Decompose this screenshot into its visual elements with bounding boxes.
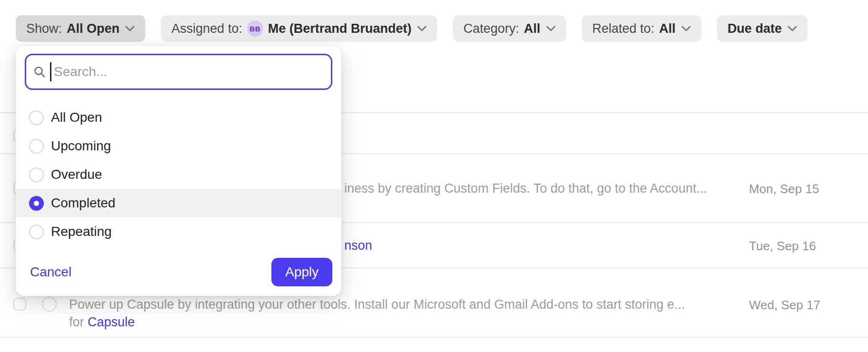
option-completed[interactable]: Completed (16, 189, 341, 217)
filter-assigned-value: Me (Bertrand Bruandet) (268, 21, 412, 36)
avatar: BB (247, 20, 263, 37)
filter-chip-category[interactable]: Category: All (453, 15, 566, 42)
option-upcoming[interactable]: Upcoming (16, 132, 341, 160)
chevron-down-icon (417, 26, 427, 32)
radio-button-icon (29, 139, 44, 154)
option-label: All Open (51, 110, 102, 125)
option-label: Completed (51, 196, 115, 211)
chevron-down-icon (788, 26, 797, 32)
task-complete-toggle[interactable] (42, 297, 57, 312)
contact-link[interactable]: nson (344, 238, 372, 253)
filter-chip-show[interactable]: Show: All Open (16, 15, 145, 42)
radio-button-icon (29, 196, 44, 211)
dropdown-search-box (25, 54, 332, 90)
option-label: Overdue (51, 167, 102, 182)
related-entity-link[interactable]: Capsule (88, 315, 135, 329)
task-description: iness by creating Custom Fields. To do t… (344, 181, 707, 196)
show-filter-dropdown: All Open Upcoming Overdue Completed Repe… (16, 46, 341, 296)
task-due-date: Wed, Sep 17 (749, 298, 820, 312)
cancel-button[interactable]: Cancel (30, 264, 71, 280)
task-select-checkbox[interactable] (13, 298, 26, 311)
chevron-down-icon (681, 26, 691, 32)
filter-chip-due-date[interactable]: Due date (717, 15, 808, 42)
tasks-page: Show: All Open Assigned to: BB Me (Bertr… (0, 0, 868, 352)
row-divider (0, 337, 868, 338)
filter-show-label: Show: (26, 21, 62, 36)
option-all-open[interactable]: All Open (16, 103, 341, 132)
text-cursor (50, 62, 51, 81)
option-repeating[interactable]: Repeating (16, 217, 341, 246)
task-due-date: Mon, Sep 15 (749, 182, 819, 196)
filter-due-date-label: Due date (728, 21, 782, 36)
apply-button[interactable]: Apply (271, 258, 332, 286)
search-icon (33, 66, 46, 78)
task-related-to: for Capsule (69, 315, 135, 329)
chevron-down-icon (546, 26, 556, 32)
filter-chip-related-to[interactable]: Related to: All (582, 15, 701, 42)
option-overdue[interactable]: Overdue (16, 160, 341, 189)
option-label: Upcoming (51, 138, 111, 154)
filter-assigned-label: Assigned to: (171, 21, 242, 36)
radio-button-icon (29, 167, 44, 182)
for-label: for (69, 315, 84, 329)
radio-button-icon (29, 110, 44, 125)
filter-related-value: All (659, 21, 676, 36)
filter-related-label: Related to: (592, 21, 655, 36)
filter-category-label: Category: (463, 21, 519, 36)
option-label: Repeating (51, 224, 112, 239)
chevron-down-icon (125, 26, 135, 32)
dropdown-footer: Cancel Apply (30, 258, 332, 286)
task-due-date: Tue, Sep 16 (749, 239, 816, 253)
filter-category-value: All (524, 21, 540, 36)
search-input[interactable] (54, 64, 331, 79)
filter-show-value: All Open (67, 21, 120, 36)
filter-bar: Show: All Open Assigned to: BB Me (Bertr… (16, 15, 808, 42)
radio-button-icon (29, 225, 44, 239)
show-filter-options: All Open Upcoming Overdue Completed Repe… (16, 103, 341, 246)
task-description: Power up Capsule by integrating your oth… (69, 297, 685, 312)
filter-chip-assigned-to[interactable]: Assigned to: BB Me (Bertrand Bruandet) (161, 15, 437, 42)
